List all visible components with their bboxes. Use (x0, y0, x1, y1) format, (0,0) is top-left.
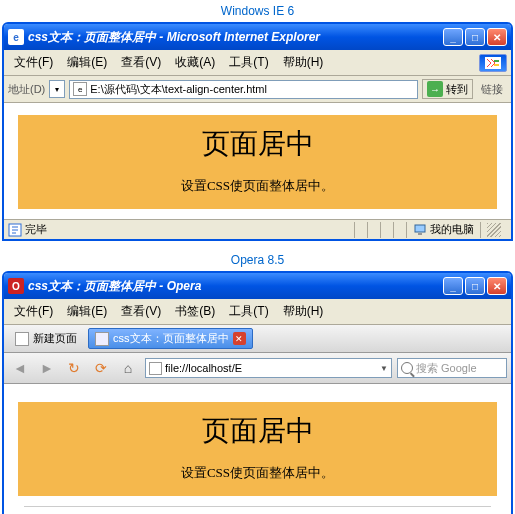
go-arrow-icon: → (427, 81, 443, 97)
done-icon (8, 223, 22, 237)
security-zone: 我的电脑 (406, 222, 480, 238)
content-box: 页面居中 设置CSS使页面整体居中。 (18, 402, 497, 496)
address-input[interactable]: e E:\源代码\文本\text-align-center.html (69, 80, 418, 99)
reload-button[interactable]: ↻ (62, 357, 86, 379)
svg-rect-5 (418, 233, 422, 235)
url-dropdown-icon[interactable]: ▼ (380, 364, 388, 373)
throbber-icon (479, 54, 507, 72)
new-page-icon (15, 332, 29, 346)
page-icon: e (73, 82, 87, 96)
close-button[interactable]: ✕ (487, 28, 507, 46)
menu-file[interactable]: 文件(F) (8, 301, 59, 322)
ie-titlebar[interactable]: e css文本：页面整体居中 - Microsoft Internet Expl… (4, 24, 511, 50)
opera-app-icon: O (8, 278, 24, 294)
menu-file[interactable]: 文件(F) (8, 52, 59, 73)
maximize-button[interactable]: □ (465, 28, 485, 46)
status-text: 完毕 (25, 222, 47, 237)
opera-viewport: 页面居中 设置CSS使页面整体居中。 (4, 384, 511, 514)
page-heading: 页面居中 (18, 125, 497, 163)
newtab-label: 新建页面 (33, 331, 77, 346)
links-label[interactable]: 链接 (477, 80, 507, 99)
search-input[interactable]: 搜索 Google (397, 358, 507, 378)
search-icon (401, 362, 413, 374)
menu-edit[interactable]: 编辑(E) (61, 52, 113, 73)
ie-app-icon: e (8, 29, 24, 45)
search-placeholder: 搜索 Google (416, 361, 477, 376)
opera-title-text: css文本：页面整体居中 - Opera (28, 278, 443, 295)
zone-text: 我的电脑 (430, 222, 474, 237)
menu-tools[interactable]: 工具(T) (223, 52, 274, 73)
minimize-button[interactable]: _ (443, 277, 463, 295)
caption-ie: Windows IE 6 (0, 0, 515, 22)
svg-rect-4 (415, 225, 425, 232)
ie-title-text: css文本：页面整体居中 - Microsoft Internet Explor… (28, 29, 443, 46)
page-subtext: 设置CSS使页面整体居中。 (18, 464, 497, 482)
opera-navbar: ◄ ► ↻ ⟳ ⌂ file://localhost/E ▼ 搜索 Google (4, 353, 511, 384)
menu-help[interactable]: 帮助(H) (277, 301, 330, 322)
close-button[interactable]: ✕ (487, 277, 507, 295)
opera-window: O css文本：页面整体居中 - Opera _ □ ✕ 文件(F) 编辑(E)… (2, 271, 513, 514)
url-input[interactable]: file://localhost/E ▼ (145, 358, 392, 378)
go-label: 转到 (446, 82, 468, 97)
menu-help[interactable]: 帮助(H) (277, 52, 330, 73)
menu-view[interactable]: 查看(V) (115, 52, 167, 73)
divider (24, 506, 491, 507)
page-subtext: 设置CSS使页面整体居中。 (18, 177, 497, 195)
ie-window: e css文本：页面整体居中 - Microsoft Internet Expl… (2, 22, 513, 241)
opera-titlebar[interactable]: O css文本：页面整体居中 - Opera _ □ ✕ (4, 273, 511, 299)
menu-bookmarks[interactable]: 书签(B) (169, 301, 221, 322)
page-heading: 页面居中 (18, 412, 497, 450)
resize-grip[interactable] (487, 223, 501, 237)
address-label: 地址(D) (8, 82, 45, 97)
svg-rect-1 (494, 60, 499, 62)
ie-viewport: 页面居中 设置CSS使页面整体居中。 (4, 103, 511, 219)
caption-opera: Opera 8.5 (0, 249, 515, 271)
tab-close-icon[interactable]: ✕ (233, 332, 246, 345)
menu-edit[interactable]: 编辑(E) (61, 301, 113, 322)
page-icon (149, 362, 162, 375)
url-text: E:\源代码\文本\text-align-center.html (90, 82, 267, 97)
home-button[interactable]: ⌂ (116, 357, 140, 379)
menu-tools[interactable]: 工具(T) (223, 301, 274, 322)
content-box: 页面居中 设置CSS使页面整体居中。 (18, 115, 497, 209)
tab-new[interactable]: 新建页面 (8, 328, 84, 349)
menu-favorites[interactable]: 收藏(A) (169, 52, 221, 73)
address-history-dropdown[interactable]: ▾ (49, 80, 65, 98)
ie-menubar: 文件(F) 编辑(E) 查看(V) 收藏(A) 工具(T) 帮助(H) (4, 50, 511, 76)
menu-view[interactable]: 查看(V) (115, 301, 167, 322)
tab-active[interactable]: css文本：页面整体居中 ✕ (88, 328, 253, 349)
opera-menubar: 文件(F) 编辑(E) 查看(V) 书签(B) 工具(T) 帮助(H) (4, 299, 511, 325)
ie-statusbar: 完毕 我的电脑 (4, 219, 511, 239)
tab-label: css文本：页面整体居中 (113, 331, 229, 346)
go-button[interactable]: → 转到 (422, 79, 473, 99)
page-icon (95, 332, 109, 346)
minimize-button[interactable]: _ (443, 28, 463, 46)
opera-tabbar: 新建页面 css文本：页面整体居中 ✕ (4, 325, 511, 353)
url-text: file://localhost/E (165, 362, 242, 374)
forward-button[interactable]: ► (35, 357, 59, 379)
maximize-button[interactable]: □ (465, 277, 485, 295)
stop-button[interactable]: ⟳ (89, 357, 113, 379)
svg-rect-2 (494, 64, 499, 66)
computer-icon (413, 223, 427, 237)
back-button[interactable]: ◄ (8, 357, 32, 379)
ie-address-bar: 地址(D) ▾ e E:\源代码\文本\text-align-center.ht… (4, 76, 511, 103)
